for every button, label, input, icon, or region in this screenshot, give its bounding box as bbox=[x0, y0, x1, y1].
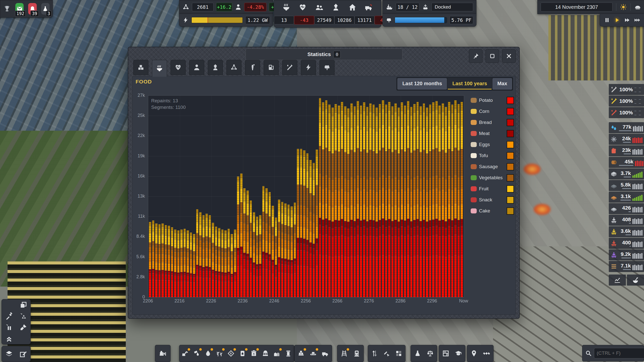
build-blueprint-button[interactable] bbox=[440, 348, 451, 359]
search-input[interactable] bbox=[594, 348, 644, 358]
build-train-button[interactable] bbox=[351, 348, 362, 359]
resource-row-hook[interactable]: 400 bbox=[609, 238, 644, 249]
build-flip-button[interactable] bbox=[369, 348, 380, 359]
pause-select-tool-button[interactable] bbox=[4, 322, 15, 333]
captain-hat-icon[interactable] bbox=[634, 4, 641, 11]
tab-maintenance[interactable] bbox=[282, 60, 297, 75]
build-crops-button[interactable] bbox=[214, 348, 225, 359]
play-button[interactable] bbox=[614, 17, 620, 23]
build-power-button[interactable] bbox=[225, 348, 236, 359]
recipes-shortcut-button[interactable] bbox=[627, 275, 644, 286]
build-flask-button[interactable] bbox=[412, 348, 423, 359]
tab-cargo[interactable] bbox=[133, 60, 148, 75]
build-map-pin-button[interactable] bbox=[468, 348, 479, 359]
close-window-button[interactable] bbox=[502, 49, 516, 63]
collapse-tool-button[interactable] bbox=[4, 333, 15, 344]
edit-tool-button[interactable] bbox=[18, 348, 29, 359]
notification-dot bbox=[279, 348, 282, 351]
range-last-120-months-button[interactable]: Last 120 months bbox=[397, 78, 447, 89]
tab-food[interactable] bbox=[152, 60, 167, 77]
legend-item-corn[interactable]: Corn bbox=[471, 106, 514, 117]
legend-item-sausage[interactable]: Sausage bbox=[471, 161, 514, 172]
sun-icon[interactable] bbox=[620, 4, 627, 11]
bar-segment-eggs bbox=[401, 205, 403, 219]
toolbar-group-rail bbox=[337, 345, 364, 362]
trophy-icon[interactable] bbox=[3, 5, 11, 13]
legend-item-cake[interactable]: Cake bbox=[471, 205, 514, 216]
legend-item-eggs[interactable]: Eggs bbox=[471, 139, 514, 150]
resource-row-brick[interactable]: 3.7k bbox=[609, 168, 644, 179]
legend-item-vegetables[interactable]: Vegetables bbox=[471, 172, 514, 183]
resource-row-canister[interactable]: 23k bbox=[609, 145, 644, 156]
resource-row-sheet[interactable]: 5.8k bbox=[609, 180, 644, 191]
resource-row-hook[interactable]: 408 bbox=[609, 215, 644, 226]
bar-segment-cake bbox=[448, 102, 450, 111]
tab-electricity[interactable] bbox=[301, 60, 316, 75]
legend-item-bread[interactable]: Bread bbox=[471, 117, 514, 128]
tab-fuel[interactable] bbox=[264, 60, 279, 75]
legend-item-potato[interactable]: Potato bbox=[471, 95, 514, 106]
build-water-drop-button[interactable] bbox=[203, 348, 214, 359]
build-tool-cursor-button[interactable] bbox=[381, 348, 392, 359]
bar-segment-sausage bbox=[265, 223, 268, 231]
alerts-badge[interactable]: 39 bbox=[28, 3, 36, 15]
resource-row-hook[interactable]: 3.6k bbox=[609, 226, 644, 237]
statistics-shortcut-button[interactable] bbox=[609, 275, 626, 286]
research-badge[interactable]: 3 bbox=[41, 3, 50, 15]
build-rails-button[interactable] bbox=[339, 348, 350, 359]
build-pallet-button[interactable] bbox=[296, 348, 307, 359]
resource-row-sheet[interactable]: 3.1k bbox=[609, 192, 644, 203]
resource-row-cog[interactable]: 24k bbox=[609, 134, 644, 145]
brush-tool-button[interactable] bbox=[18, 322, 29, 333]
build-satellite-button[interactable] bbox=[481, 348, 492, 359]
fast-forward-button[interactable] bbox=[624, 17, 630, 23]
recycle-select-tool-button[interactable] bbox=[18, 311, 29, 322]
resource-row-hook[interactable]: 9.2k bbox=[609, 249, 644, 260]
mail-badge[interactable]: 192 bbox=[15, 3, 24, 15]
legend-item-tofu[interactable]: Tofu bbox=[471, 150, 514, 161]
build-excavator-button[interactable] bbox=[180, 348, 191, 359]
tab-health[interactable] bbox=[171, 60, 186, 75]
resource-row-droplets[interactable]: 77k bbox=[609, 122, 644, 133]
tab-population[interactable] bbox=[189, 60, 204, 75]
pause-button[interactable] bbox=[604, 17, 610, 23]
maintenance-status-row[interactable]: 100% ‒ ‒ ‒ ‒ bbox=[609, 96, 644, 107]
build-conveyor-button[interactable] bbox=[308, 348, 319, 359]
build-housing-button[interactable] bbox=[271, 348, 282, 359]
build-recycle-bin-button[interactable] bbox=[248, 348, 259, 359]
bar-segment-potato bbox=[209, 278, 211, 297]
build-pillar-button[interactable] bbox=[283, 348, 294, 359]
statistics-title-bar[interactable]: Statistics 0 bbox=[246, 49, 402, 60]
fastest-forward-button[interactable] bbox=[634, 17, 640, 23]
bar-segment-cake bbox=[363, 102, 365, 111]
legend-item-snack[interactable]: Snack bbox=[471, 194, 514, 205]
pin-window-button[interactable] bbox=[469, 49, 482, 63]
resource-row-log[interactable]: 45k bbox=[609, 157, 644, 168]
build-barrel-button[interactable] bbox=[237, 348, 248, 359]
build-capitol-button[interactable] bbox=[260, 348, 271, 359]
build-pattern-button[interactable] bbox=[393, 348, 404, 359]
build-pour-button[interactable] bbox=[191, 348, 202, 359]
build-truck-button[interactable] bbox=[320, 348, 331, 359]
build-bulldozer-button[interactable] bbox=[157, 348, 168, 359]
legend-item-fruit[interactable]: Fruit bbox=[471, 183, 514, 194]
tab-unity[interactable] bbox=[226, 60, 242, 75]
legend-item-meat[interactable]: Meat bbox=[471, 128, 514, 139]
build-grad-cap-button[interactable] bbox=[453, 348, 464, 359]
ship-status[interactable]: Docked bbox=[431, 3, 473, 11]
layers-tool-button[interactable] bbox=[4, 348, 15, 359]
build-scales-button[interactable] bbox=[425, 348, 436, 359]
range-max-button[interactable]: Max bbox=[493, 78, 512, 89]
pipette-tool-button[interactable] bbox=[4, 311, 15, 322]
resource-row-sheet[interactable]: 426 bbox=[609, 203, 644, 214]
tab-weather[interactable] bbox=[319, 60, 335, 75]
resource-row-boards[interactable]: 7.1k bbox=[609, 261, 644, 272]
maintenance-status-row[interactable]: 100% ‒ ‒ ‒ ‒ bbox=[609, 107, 644, 118]
maintenance-status-row[interactable]: 100% ‒ ‒ ‒ ‒ bbox=[609, 84, 644, 95]
copy-tool-button[interactable] bbox=[18, 299, 29, 310]
range-last-100-years-button[interactable]: Last 100 years bbox=[448, 78, 492, 89]
tab-pollution[interactable] bbox=[245, 60, 260, 75]
maximize-window-button[interactable] bbox=[486, 49, 499, 63]
cut-tool-button[interactable] bbox=[4, 299, 15, 310]
tab-workers[interactable] bbox=[208, 60, 223, 75]
